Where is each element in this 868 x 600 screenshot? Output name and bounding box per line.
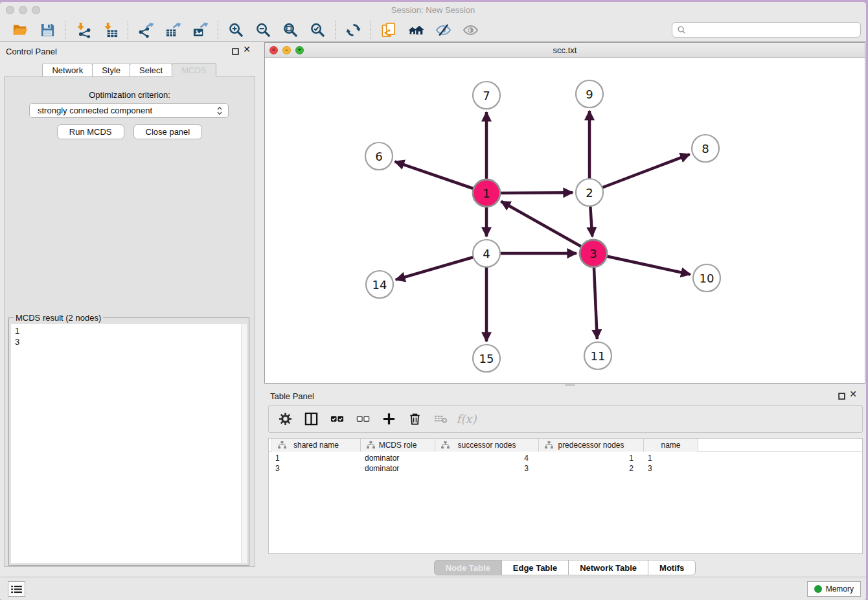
column-label: shared name — [293, 441, 339, 450]
control-panel-title: Control Panel — [6, 47, 57, 56]
graph-edge-1-6[interactable] — [395, 161, 486, 193]
toolbar-separator — [128, 21, 128, 39]
network-window-title: scc.txt — [265, 45, 865, 55]
graph-node-1[interactable]: 1 — [473, 179, 500, 207]
column-header-predecessor-nodes[interactable]: predecessor nodes — [539, 439, 644, 452]
network-window-titlebar: × − + scc.txt — [265, 43, 865, 58]
graph-node-4[interactable]: 4 — [473, 240, 500, 267]
table-panel-title: Table Panel — [270, 391, 314, 401]
graph-node-6[interactable]: 6 — [365, 143, 393, 170]
graph-node-15[interactable]: 15 — [473, 345, 500, 372]
graph-edge-3-10[interactable] — [593, 253, 691, 275]
import-table-icon[interactable] — [97, 20, 124, 40]
zoom-fit-icon[interactable] — [277, 20, 304, 40]
graph-node-3[interactable]: 3 — [580, 240, 607, 267]
close-panel-button[interactable]: Close panel — [133, 124, 203, 139]
import-network-icon[interactable] — [69, 20, 97, 40]
deselect-all-icon[interactable] — [354, 411, 371, 428]
table-cell: 3 — [271, 464, 361, 473]
svg-text:1: 1 — [483, 187, 490, 200]
table-row[interactable]: 3dominator323 — [271, 463, 862, 474]
task-history-button[interactable] — [8, 581, 25, 597]
add-icon[interactable] — [380, 411, 397, 428]
tab-mcds[interactable]: MCDS — [172, 63, 216, 77]
tree-icon — [278, 441, 286, 449]
table-cell: 1 — [539, 454, 644, 463]
statusbar: Memory — [0, 577, 866, 600]
mcds-result-text[interactable]: 1 3 — [11, 324, 247, 563]
graph-node-14[interactable]: 14 — [366, 271, 393, 298]
criterion-select[interactable]: strongly connected component — [29, 103, 229, 118]
graph-edge-2-8[interactable] — [589, 154, 690, 192]
column-header-mcds-role[interactable]: MCDS role — [361, 439, 435, 452]
column-label: name — [661, 441, 680, 450]
tree-icon — [367, 441, 375, 449]
table-cell: 4 — [435, 454, 539, 463]
float-panel-icon[interactable] — [232, 48, 239, 55]
tab-edge-table[interactable]: Edge Table — [501, 560, 569, 575]
mcds-buttons: Run MCDS Close panel — [5, 124, 255, 139]
delete-column-icon — [432, 411, 449, 428]
zoom-in-icon[interactable] — [222, 20, 249, 40]
svg-text:9: 9 — [586, 87, 593, 101]
close-table-panel-icon[interactable]: ✕ — [849, 389, 857, 398]
tab-network-table[interactable]: Network Table — [568, 560, 648, 575]
double-house-icon[interactable] — [402, 20, 429, 40]
columns-icon[interactable] — [303, 411, 319, 428]
svg-text:10: 10 — [700, 271, 714, 285]
tree-icon — [545, 441, 553, 449]
export-image-icon[interactable] — [187, 20, 214, 40]
graph-edge-3-1[interactable] — [501, 202, 593, 253]
memory-label: Memory — [826, 584, 854, 594]
select-all-icon[interactable] — [328, 411, 345, 428]
float-table-panel-icon[interactable] — [838, 393, 845, 400]
toolbar-separator — [371, 21, 371, 39]
close-panel-icon[interactable]: ✕ — [243, 45, 251, 54]
zoom-selected-icon[interactable] — [304, 20, 331, 40]
table-cell: dominator — [361, 454, 435, 463]
graph-node-9[interactable]: 9 — [576, 80, 603, 108]
graph-node-2[interactable]: 2 — [576, 179, 603, 206]
vertical-splitter[interactable] — [259, 42, 264, 577]
result-scrollbar[interactable] — [241, 324, 247, 563]
memory-status-icon — [814, 585, 822, 593]
column-header-shared-name[interactable]: shared name — [271, 439, 361, 452]
network-canvas[interactable]: 7968124314101511 — [265, 58, 865, 383]
duplicate-network-icon[interactable] — [375, 20, 402, 40]
run-mcds-button[interactable]: Run MCDS — [57, 124, 124, 139]
search-field[interactable] — [672, 22, 861, 38]
graph-node-8[interactable]: 8 — [692, 135, 719, 162]
titlebar: Session: New Session — [0, 2, 866, 18]
search-icon — [677, 25, 687, 35]
list-icon — [11, 585, 22, 594]
hide-eye-icon[interactable] — [429, 20, 457, 40]
search-input[interactable] — [690, 23, 856, 36]
tab-network[interactable]: Network — [42, 63, 93, 77]
save-session-icon[interactable] — [34, 20, 61, 40]
refresh-layout-icon[interactable] — [339, 20, 367, 40]
gear-icon[interactable] — [277, 411, 293, 428]
table-row[interactable]: 1dominator411 — [271, 453, 862, 463]
column-header-successor-nodes[interactable]: successor nodes — [435, 439, 539, 452]
table-panel: Table Panel ✕ f(x) shared nameMCDS roles… — [264, 387, 865, 577]
trash-icon[interactable] — [406, 411, 423, 428]
column-header-name[interactable]: name — [644, 439, 698, 452]
mcds-result-legend: MCDS result (2 nodes) — [14, 313, 103, 323]
tab-node-table[interactable]: Node Table — [434, 560, 502, 575]
tab-select[interactable]: Select — [130, 63, 172, 77]
app-window: Session: New Session Control Panel ✕ Net… — [0, 2, 866, 600]
export-network-icon[interactable] — [132, 20, 159, 40]
tab-style[interactable]: Style — [92, 63, 130, 77]
export-table-icon[interactable] — [159, 20, 187, 40]
tree-icon — [441, 441, 450, 449]
graph-node-7[interactable]: 7 — [473, 82, 500, 109]
graph-node-10[interactable]: 10 — [693, 264, 720, 292]
memory-button[interactable]: Memory — [807, 581, 861, 597]
table-cell: dominator — [361, 464, 435, 473]
zoom-out-icon[interactable] — [249, 20, 277, 40]
open-session-icon[interactable] — [6, 20, 34, 40]
svg-text:8: 8 — [702, 142, 709, 156]
show-eye-icon — [457, 20, 484, 40]
graph-node-11[interactable]: 11 — [584, 342, 611, 369]
tab-motifs[interactable]: Motifs — [648, 560, 696, 575]
